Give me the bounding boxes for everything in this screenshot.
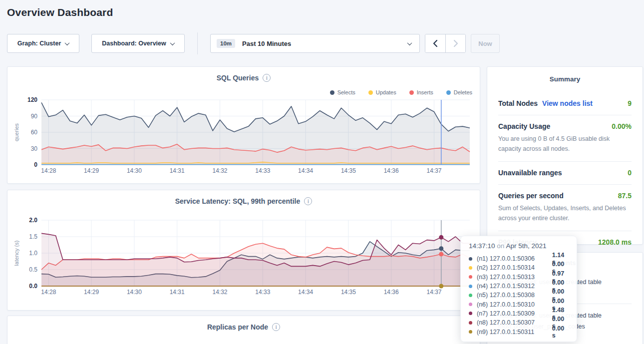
service-latency-chart-title: Service Latency: SQL, 99th percentile i (7, 197, 480, 205)
total-nodes-value: 9 (628, 99, 632, 107)
svg-text:0.5: 0.5 (29, 266, 37, 273)
svg-text:14:32: 14:32 (212, 289, 227, 296)
summary-panel: Summary Total Nodes View nodes list 9 Ca… (487, 66, 643, 245)
chevron-left-icon (433, 39, 438, 47)
chevron-right-icon (453, 39, 458, 47)
summary-divider (498, 184, 632, 185)
svg-text:14:33: 14:33 (255, 167, 270, 174)
view-nodes-list-link[interactable]: View nodes list (542, 99, 593, 107)
time-range-label: Past 10 Minutes (242, 40, 408, 47)
summary-row-total-nodes: Total Nodes View nodes list 9 (498, 99, 632, 107)
now-button[interactable]: Now (471, 34, 500, 53)
selects-dot-icon (330, 90, 334, 95)
summary-title: Summary (487, 67, 643, 83)
svg-text:14:29: 14:29 (84, 167, 99, 174)
time-next-button[interactable] (445, 34, 465, 52)
graph-scope-dropdown[interactable]: Graph: Cluster (7, 34, 79, 53)
inserts-dot-icon (409, 90, 414, 95)
svg-text:14:28: 14:28 (41, 289, 56, 296)
time-range-picker[interactable]: 10m Past 10 Minutes (210, 34, 420, 53)
svg-text:90: 90 (31, 113, 38, 120)
chevron-down-icon (170, 40, 175, 45)
chart-tooltip: 14:37:10 on Apr 5th, 2021 (n1) 127.0.0.1… (460, 236, 577, 342)
page-title: Overview Dashboard (7, 6, 113, 18)
p99-latency-value: 1208.0 ms (598, 238, 632, 246)
chevron-down-icon (407, 40, 412, 45)
info-icon[interactable]: i (304, 197, 312, 205)
replicas-per-node-chart-title: Replicas per Node i (7, 323, 480, 331)
svg-text:14:31: 14:31 (170, 167, 185, 174)
deletes-dot-icon (446, 90, 451, 95)
svg-text:1.0: 1.0 (29, 250, 37, 257)
svg-text:120: 120 (27, 96, 37, 103)
service-latency-chart-plot[interactable]: 14:2814:2914:3014:3114:3214:3314:3414:35… (9, 215, 474, 304)
svg-text:14:35: 14:35 (341, 289, 356, 296)
summary-divider (498, 231, 632, 231)
sql-queries-chart-plot[interactable]: 14:2814:2914:3014:3114:3214:3314:3414:35… (9, 95, 474, 179)
summary-row-unavailable-ranges: Unavailable ranges 0 (498, 169, 632, 177)
svg-text:14:37: 14:37 (426, 289, 441, 296)
svg-text:14:36: 14:36 (384, 167, 399, 174)
time-step-buttons (425, 34, 466, 53)
tooltip-row-n9: (n9) 127.0.0.1:503110.00 s (469, 327, 569, 336)
info-icon[interactable]: i (272, 323, 280, 331)
summary-divider (498, 161, 632, 162)
node-color-dot-icon (469, 321, 472, 325)
service-latency-chart-card: Service Latency: SQL, 99th percentile i … (7, 190, 480, 311)
summary-row-qps: Queries per second 87.5 (498, 192, 632, 200)
overview-dashboard-page: Overview Dashboard Graph: Cluster Dashbo… (0, 0, 644, 344)
tooltip-timestamp: 14:37:10 on Apr 5th, 2021 (469, 242, 569, 250)
svg-text:60: 60 (31, 129, 38, 136)
sql-queries-chart-card: SQL Queries i Selects Updates Inserts De… (7, 66, 480, 184)
svg-text:14:28: 14:28 (41, 167, 56, 174)
svg-text:latency (s): latency (s) (13, 241, 19, 266)
svg-text:14:34: 14:34 (298, 289, 313, 296)
summary-divider (498, 115, 632, 115)
capacity-usage-description: You are using 0 B of 4.5 GiB usable disk… (498, 134, 632, 154)
svg-text:30: 30 (31, 145, 38, 152)
svg-text:1.5: 1.5 (29, 233, 37, 240)
chevron-down-icon (65, 40, 70, 45)
dashboard-label: Dashboard: Overview (102, 40, 166, 47)
svg-text:14:33: 14:33 (255, 289, 270, 296)
svg-text:14:29: 14:29 (84, 289, 99, 296)
qps-value: 87.5 (618, 192, 632, 200)
svg-text:14:30: 14:30 (127, 289, 142, 296)
dashboard-controls: Graph: Cluster Dashboard: Overview 10m P… (7, 34, 500, 53)
controls-divider (197, 32, 198, 54)
graph-scope-label: Graph: Cluster (17, 40, 61, 47)
svg-text:14:37: 14:37 (426, 167, 441, 174)
svg-text:2.0: 2.0 (29, 217, 37, 224)
time-prev-button[interactable] (425, 34, 445, 52)
info-icon[interactable]: i (263, 74, 271, 82)
svg-text:0.0: 0.0 (29, 283, 37, 290)
node-color-dot-icon (469, 257, 472, 261)
node-color-dot-icon (469, 266, 472, 270)
node-color-dot-icon (469, 285, 472, 288)
svg-text:14:30: 14:30 (127, 167, 142, 174)
node-color-dot-icon (469, 275, 472, 279)
dashboard-dropdown[interactable]: Dashboard: Overview (91, 34, 185, 53)
capacity-usage-value: 0.00% (612, 122, 632, 130)
unavailable-ranges-value: 0 (628, 169, 632, 177)
updates-dot-icon (368, 90, 373, 95)
svg-text:queries: queries (13, 123, 19, 141)
node-color-dot-icon (469, 330, 472, 334)
summary-row-capacity: Capacity Usage 0.00% (498, 122, 632, 130)
svg-text:0: 0 (34, 161, 37, 168)
svg-text:14:31: 14:31 (170, 289, 185, 296)
qps-description: Sum of Selects, Updates, Inserts, and De… (498, 203, 632, 223)
time-range-badge: 10m (217, 39, 235, 48)
sql-queries-chart-title: SQL Queries i (7, 74, 480, 82)
node-color-dot-icon (469, 303, 472, 306)
svg-text:14:35: 14:35 (341, 167, 356, 174)
node-color-dot-icon (469, 294, 472, 297)
replicas-per-node-chart-card: Replicas per Node i (7, 316, 480, 344)
node-color-dot-icon (469, 312, 472, 315)
svg-text:14:32: 14:32 (212, 167, 227, 174)
svg-text:14:36: 14:36 (384, 289, 399, 296)
svg-text:14:34: 14:34 (298, 167, 313, 174)
